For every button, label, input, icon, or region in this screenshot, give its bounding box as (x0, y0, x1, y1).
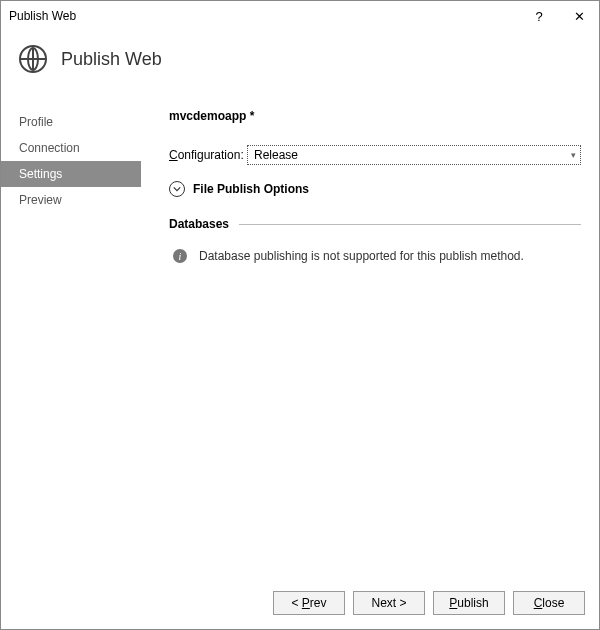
sidebar: Profile Connection Settings Preview (1, 89, 141, 579)
chevron-down-icon: ▾ (571, 150, 576, 160)
close-button[interactable]: Close (513, 591, 585, 615)
header-title: Publish Web (61, 49, 162, 70)
sidebar-item-label: Preview (19, 193, 62, 207)
titlebar: Publish Web ? ✕ (1, 1, 599, 31)
publish-button[interactable]: Publish (433, 591, 505, 615)
configuration-select[interactable]: Release ▾ (247, 145, 581, 165)
close-icon: ✕ (574, 9, 585, 24)
info-icon: i (173, 249, 187, 263)
window-title: Publish Web (9, 9, 519, 23)
file-publish-label: File Publish Options (193, 182, 309, 196)
divider (239, 224, 581, 225)
chevron-down-icon (169, 181, 185, 197)
database-info-text: Database publishing is not supported for… (199, 249, 524, 263)
prev-button[interactable]: < Prev (273, 591, 345, 615)
sidebar-item-preview[interactable]: Preview (1, 187, 141, 213)
profile-name: mvcdemoapp * (169, 109, 581, 123)
globe-icon (19, 45, 47, 73)
sidebar-item-label: Profile (19, 115, 53, 129)
help-icon: ? (535, 9, 542, 24)
database-info-row: i Database publishing is not supported f… (169, 249, 581, 263)
file-publish-expander[interactable]: File Publish Options (169, 181, 581, 197)
sidebar-item-label: Connection (19, 141, 80, 155)
content-panel: mvcdemoapp * Configuration: Release ▾ Fi… (141, 89, 599, 579)
configuration-row: Configuration: Release ▾ (169, 145, 581, 165)
databases-section-header: Databases (169, 217, 581, 231)
configuration-value: Release (254, 148, 298, 162)
footer: < Prev Next > Publish Close (1, 579, 599, 629)
header: Publish Web (1, 31, 599, 89)
sidebar-item-profile[interactable]: Profile (1, 109, 141, 135)
sidebar-item-settings[interactable]: Settings (1, 161, 141, 187)
next-button[interactable]: Next > (353, 591, 425, 615)
dialog-window: Publish Web ? ✕ Publish Web Profile Conn… (0, 0, 600, 630)
databases-label: Databases (169, 217, 229, 231)
body: Profile Connection Settings Preview mvcd… (1, 89, 599, 579)
configuration-label: Configuration: (169, 148, 247, 162)
sidebar-item-label: Settings (19, 167, 62, 181)
close-window-button[interactable]: ✕ (559, 1, 599, 31)
help-button[interactable]: ? (519, 1, 559, 31)
sidebar-item-connection[interactable]: Connection (1, 135, 141, 161)
